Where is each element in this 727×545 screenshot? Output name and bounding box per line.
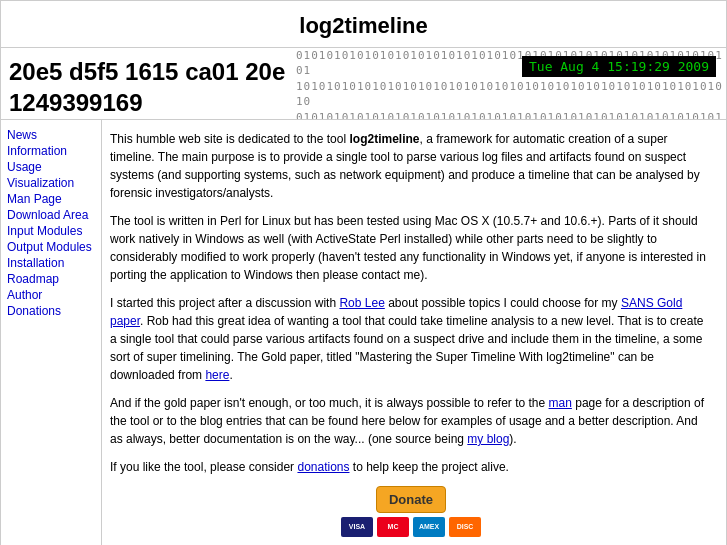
sidebar-item-inputmodules[interactable]: Input Modules <box>7 224 95 238</box>
para5-link-donations[interactable]: donations <box>297 460 349 474</box>
payment-cards: VISA MC AMEX DISC <box>110 517 712 537</box>
para5: If you like the tool, please consider do… <box>110 458 712 476</box>
para4-end: ). <box>509 432 516 446</box>
para5-after: to help keep the project alive. <box>350 460 509 474</box>
para4-link-myblog[interactable]: my blog <box>467 432 509 446</box>
para3-end: . <box>229 368 232 382</box>
main-content: This humble web site is dedicated to the… <box>101 120 726 545</box>
para1-bold: log2timeline <box>349 132 419 146</box>
banner: 20e5 d5f5 1615 ca01 20e 1249399169 01010… <box>1 48 726 120</box>
para3-link-roblee[interactable]: Rob Lee <box>339 296 384 310</box>
sidebar-item-news[interactable]: News <box>7 128 95 142</box>
para4: And if the gold paper isn't enough, or t… <box>110 394 712 448</box>
banner-hash: 20e5 d5f5 1615 ca01 20e 1249399169 <box>9 56 285 118</box>
para4-link-man[interactable]: man <box>549 396 572 410</box>
para3-before: I started this project after a discussio… <box>110 296 339 310</box>
sidebar: News Information Usage Visualization Man… <box>1 120 101 545</box>
mastercard-icon: MC <box>377 517 409 537</box>
para3-link-here[interactable]: here <box>205 368 229 382</box>
para3: I started this project after a discussio… <box>110 294 712 384</box>
sidebar-item-download[interactable]: Download Area <box>7 208 95 222</box>
para2: The tool is written in Perl for Linux bu… <box>110 212 712 284</box>
banner-clock: Tue Aug 4 15:19:29 2009 <box>522 56 716 77</box>
para1-before: This humble web site is dedicated to the… <box>110 132 349 146</box>
para3-after: . Rob had this great idea of wanting a t… <box>110 314 703 382</box>
amex-icon: AMEX <box>413 517 445 537</box>
sidebar-item-author[interactable]: Author <box>7 288 95 302</box>
sidebar-item-donations[interactable]: Donations <box>7 304 95 318</box>
sidebar-item-installation[interactable]: Installation <box>7 256 95 270</box>
discover-icon: DISC <box>449 517 481 537</box>
donate-button[interactable]: Donate <box>376 486 446 513</box>
visa-icon: VISA <box>341 517 373 537</box>
sidebar-item-visualization[interactable]: Visualization <box>7 176 95 190</box>
sidebar-item-usage[interactable]: Usage <box>7 160 95 174</box>
sidebar-item-roadmap[interactable]: Roadmap <box>7 272 95 286</box>
para1: This humble web site is dedicated to the… <box>110 130 712 202</box>
para5-before: If you like the tool, please consider <box>110 460 297 474</box>
site-header: log2timeline <box>1 1 726 48</box>
content-area: News Information Usage Visualization Man… <box>1 120 726 545</box>
sidebar-item-manpage[interactable]: Man Page <box>7 192 95 206</box>
sidebar-item-information[interactable]: Information <box>7 144 95 158</box>
sidebar-item-outputmodules[interactable]: Output Modules <box>7 240 95 254</box>
donate-area: Donate VISA MC AMEX DISC <box>110 486 712 537</box>
site-title: log2timeline <box>1 13 726 39</box>
para4-before: And if the gold paper isn't enough, or t… <box>110 396 549 410</box>
para3-mid: about possible topics I could choose for… <box>385 296 621 310</box>
